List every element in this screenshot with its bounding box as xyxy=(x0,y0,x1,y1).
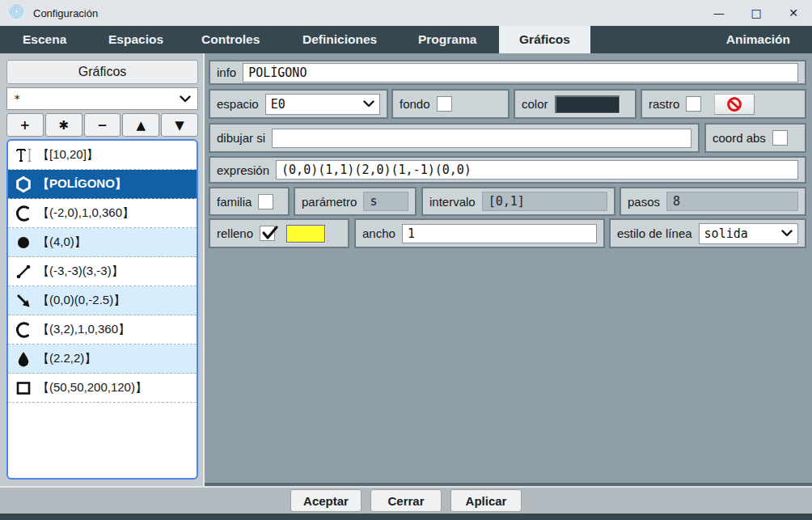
check-icon xyxy=(260,223,280,243)
dibujar-si-input[interactable] xyxy=(272,129,691,148)
list-item[interactable]: 【POLÍGONO】 xyxy=(8,170,197,199)
parametro-group: parámetro s xyxy=(294,187,417,216)
content-area: Gráficos * + ✱ − ▲ ▼ xyxy=(0,53,812,486)
arrow-icon xyxy=(15,292,37,310)
rastro-checkbox[interactable] xyxy=(686,96,701,112)
list-item[interactable]: 【(-2,0),1,0,360】 xyxy=(8,199,197,228)
pasos-field: 8 xyxy=(666,192,798,211)
list-item-label: 【(-2,0),1,0,360】 xyxy=(37,205,134,221)
dibujar-si-group: dibujar si xyxy=(209,123,700,153)
chevron-down-icon xyxy=(180,95,191,103)
espacio-select[interactable]: E0 xyxy=(265,94,380,115)
rastro-clear-button[interactable] xyxy=(714,94,755,115)
aplicar-button[interactable]: Aplicar xyxy=(450,489,522,512)
estilo-linea-select[interactable]: solida xyxy=(699,223,798,244)
pasos-label: pasos xyxy=(628,195,660,209)
intervalo-field: [0,1] xyxy=(482,192,607,211)
espacio-label: espacio xyxy=(217,97,259,111)
graphics-filter-value: * xyxy=(14,92,180,105)
arc-icon xyxy=(15,205,37,222)
rectangle-icon xyxy=(15,379,37,397)
intervalo-group: intervalo [0,1] xyxy=(421,187,615,216)
list-item[interactable]: 【(3,2),1,0,360】 xyxy=(8,315,197,345)
fondo-group: fondo xyxy=(391,89,510,119)
info-input[interactable] xyxy=(243,63,798,82)
configuration-window: Configuración — □ ✕ Escena Espacios Cont… xyxy=(0,0,812,520)
list-item-label: 【POLÍGONO】 xyxy=(37,176,127,192)
app-logo-icon xyxy=(10,5,26,21)
list-item-label: 【(2.2,2)】 xyxy=(37,351,96,366)
list-item[interactable]: 【(50,50,200,120)】 xyxy=(8,374,197,403)
intervalo-label: intervalo xyxy=(429,195,476,209)
no-entry-icon xyxy=(726,96,742,112)
espacio-group: espacio E0 xyxy=(209,89,388,119)
segment-icon xyxy=(15,263,37,281)
text-icon xyxy=(15,146,37,164)
list-item[interactable]: 【[10,20]】 xyxy=(8,141,197,170)
list-item-label: 【(50,50,200,120)】 xyxy=(37,380,147,395)
close-button[interactable]: ✕ xyxy=(775,0,812,26)
aceptar-button[interactable]: Aceptar xyxy=(290,489,362,512)
maximize-button[interactable]: □ xyxy=(738,0,775,26)
coord-abs-checkbox[interactable] xyxy=(772,130,788,146)
move-down-button[interactable]: ▼ xyxy=(161,113,198,137)
remove-graphic-button[interactable]: − xyxy=(84,113,121,137)
list-item-label: 【(-3,-3)(3,-3)】 xyxy=(37,264,124,279)
list-item[interactable]: 【(2.2,2)】 xyxy=(8,345,197,374)
coord-abs-label: coord abs xyxy=(713,131,766,145)
tab-graficos[interactable]: Gráficos xyxy=(499,26,590,53)
familia-checkbox[interactable] xyxy=(258,194,273,209)
expresion-label: expresión xyxy=(217,163,269,177)
expresion-input[interactable] xyxy=(276,160,798,180)
list-item[interactable]: 【(-3,-3)(3,-3)】 xyxy=(8,257,197,286)
fill-color-swatch[interactable] xyxy=(286,225,325,243)
fondo-checkbox[interactable] xyxy=(437,96,452,112)
tab-escena[interactable]: Escena xyxy=(23,26,66,53)
familia-label: familia xyxy=(217,195,252,209)
point-icon xyxy=(15,234,37,252)
graphics-toolbar: + ✱ − ▲ ▼ xyxy=(6,113,198,137)
footer-bar: Aceptar Cerrar Aplicar xyxy=(0,486,812,514)
parametro-field: s xyxy=(363,192,408,211)
dibujar-si-label: dibujar si xyxy=(217,131,265,145)
graphics-panel: Gráficos * + ✱ − ▲ ▼ xyxy=(0,53,205,486)
list-item[interactable]: 【(4,0)】 xyxy=(8,228,197,257)
color-swatch[interactable] xyxy=(555,95,620,113)
estilo-linea-label: estilo de línea xyxy=(617,226,692,240)
add-graphic-button[interactable]: + xyxy=(6,113,44,137)
chevron-down-icon xyxy=(781,230,793,237)
graphics-filter-select[interactable]: * xyxy=(6,87,198,110)
ancho-input[interactable] xyxy=(402,224,597,243)
tab-espacios[interactable]: Espacios xyxy=(108,26,163,53)
estilo-linea-group: estilo de línea solida xyxy=(609,218,806,248)
tab-programa[interactable]: Programa xyxy=(418,26,476,53)
familia-group: familia xyxy=(209,187,290,216)
parametro-label: parámetro xyxy=(302,195,357,209)
relleno-checkbox[interactable] xyxy=(260,226,275,241)
estilo-linea-value: solida xyxy=(704,226,781,241)
relleno-label: relleno xyxy=(217,226,253,240)
list-item-label: 【[10,20]】 xyxy=(37,147,99,163)
color-group: color xyxy=(514,89,636,119)
tab-definiciones[interactable]: Definiciones xyxy=(302,26,377,53)
minimize-button[interactable]: — xyxy=(700,0,738,26)
espacio-value: E0 xyxy=(271,97,363,112)
list-item[interactable]: 【(0,0)(0,-2.5)】 xyxy=(8,286,197,315)
tab-animacion[interactable]: Animación xyxy=(726,26,790,53)
coord-abs-group: coord abs xyxy=(704,123,806,153)
arc-icon xyxy=(15,321,37,339)
ancho-label: ancho xyxy=(362,226,395,240)
info-group: info xyxy=(209,60,806,85)
move-up-button[interactable]: ▲ xyxy=(122,113,159,137)
cerrar-button[interactable]: Cerrar xyxy=(370,489,442,512)
list-item-label: 【(3,2),1,0,360】 xyxy=(37,322,130,337)
title-bar: Configuración — □ ✕ xyxy=(0,0,812,26)
polygon-icon xyxy=(15,175,37,193)
tab-controles[interactable]: Controles xyxy=(201,26,260,53)
add-special-button[interactable]: ✱ xyxy=(45,113,82,137)
fondo-label: fondo xyxy=(400,97,430,111)
chevron-down-icon xyxy=(363,100,374,108)
ancho-group: ancho xyxy=(354,218,605,248)
fill-drop-icon xyxy=(15,350,37,368)
tab-bar: Escena Espacios Controles Definiciones P… xyxy=(0,26,812,53)
